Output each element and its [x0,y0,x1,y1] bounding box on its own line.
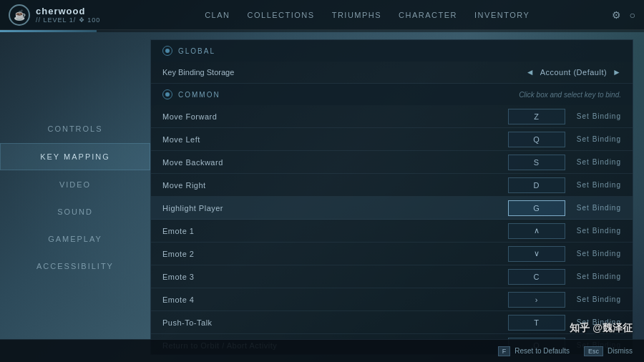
key-label-move-backward: S [534,158,540,167]
key-box-emote-3[interactable]: C [508,269,565,285]
key-label-move-left: Q [533,135,540,144]
binding-row-push-to-talk: Push-To-Talk T Set Binding [151,311,633,334]
key-label-emote-1: ∧ [534,226,540,235]
set-binding-highlight-player[interactable]: Set Binding [571,204,621,212]
binding-label-emote-4: Emote 4 [162,295,508,304]
key-label-emote-2: ∨ [534,249,540,258]
key-label-emote-3: C [534,273,540,281]
binding-row-highlight-player: Highlight Player G Set Binding [151,197,633,220]
common-section-title: COMMON [178,91,220,99]
sidebar-item-controls[interactable]: CONTROLS [0,116,150,142]
key-box-move-right[interactable]: D [508,177,565,193]
bottom-bar: F Reset to Defaults Esc Dismiss [0,339,644,362]
key-box-emote-1[interactable]: ∧ [508,223,565,239]
sidebar-item-key-mapping[interactable]: KEY MAPPING [0,143,150,170]
dismiss-action[interactable]: Esc Dismiss [584,346,633,356]
progress-bar-fill [0,30,97,32]
app-name: cherwood [36,6,100,16]
storage-value: Account (Default) [540,68,607,77]
key-label-highlight-player: G [533,204,540,212]
sidebar-item-sound[interactable]: SOUND [0,199,150,225]
main-content: CONTROLS KEY MAPPING VIDEO SOUND GAMEPLA… [0,32,644,362]
sidebar-item-gameplay[interactable]: GAMEPLAY [0,226,150,252]
global-section-header: GLOBAL [151,40,633,62]
key-label-push-to-talk: T [534,318,540,327]
nav-inventory[interactable]: INVENTORY [474,11,530,19]
global-section-icon [162,46,172,56]
key-box-move-left[interactable]: Q [508,132,565,147]
binding-row-emote-1: Emote 1 ∧ Set Binding [151,220,633,243]
binding-label-emote-1: Emote 1 [162,227,508,235]
watermark: 知乎 @魏泽征 [570,322,633,335]
settings-icon[interactable]: ⚙ [612,9,621,21]
sidebar-item-accessibility[interactable]: ACCESSIBILITY [0,253,150,279]
binding-label-push-to-talk: Push-To-Talk [162,318,508,327]
set-binding-emote-4[interactable]: Set Binding [571,295,621,303]
binding-label-move-backward: Move Backward [162,158,508,167]
binding-row-move-forward: Move Forward Z Set Binding [151,105,633,128]
nav-triumphs[interactable]: TRIUMPHS [332,11,381,19]
dismiss-label: Dismiss [608,347,633,355]
binding-label-move-right: Move Right [162,181,508,190]
binding-row-emote-2: Emote 2 ∨ Set Binding [151,243,633,265]
reset-label: Reset to Defaults [514,347,570,355]
settings-scroll[interactable]: GLOBAL Key Binding Storage ◄ Account (De… [151,40,633,354]
binding-row-move-right: Move Right D Set Binding [151,174,633,197]
key-binding-storage-label: Key Binding Storage [162,68,526,77]
key-binding-storage-row: Key Binding Storage ◄ Account (Default) … [151,62,633,84]
set-binding-move-forward[interactable]: Set Binding [571,112,621,120]
key-box-push-to-talk[interactable]: T [508,315,565,331]
common-section-icon [162,89,172,99]
key-box-emote-4[interactable]: › [508,292,565,308]
app-level: // LEVEL 1/ ❖ 100 [36,16,100,24]
key-label-move-right: D [534,181,540,190]
key-box-move-forward[interactable]: Z [508,109,565,124]
sidebar-item-video[interactable]: VIDEO [0,172,150,197]
reset-defaults-action[interactable]: F Reset to Defaults [498,346,570,356]
storage-arrow-left[interactable]: ◄ [526,67,535,77]
common-section-hint: Click box and select key to bind. [519,91,621,99]
set-binding-emote-3[interactable]: Set Binding [571,273,621,280]
settings-panel: GLOBAL Key Binding Storage ◄ Account (De… [150,39,633,355]
progress-bar-container [0,30,644,32]
set-binding-emote-2[interactable]: Set Binding [571,250,621,258]
key-label-emote-4: › [535,295,539,304]
nav-character[interactable]: CHARACTER [399,11,457,19]
common-section-header: COMMON Click box and select key to bind. [151,84,633,105]
logo-icon: ☕ [9,4,30,26]
binding-row-move-backward: Move Backward S Set Binding [151,151,633,174]
binding-label-emote-2: Emote 2 [162,250,508,258]
set-binding-emote-1[interactable]: Set Binding [571,227,621,235]
close-icon[interactable]: ○ [630,9,635,21]
reset-key: F [498,346,511,356]
logo-area: ☕ cherwood // LEVEL 1/ ❖ 100 [9,4,123,26]
set-binding-move-left[interactable]: Set Binding [571,135,621,143]
top-navigation: ☕ cherwood // LEVEL 1/ ❖ 100 CLAN COLLEC… [0,0,644,30]
binding-row-emote-3: Emote 3 C Set Binding [151,265,633,288]
binding-label-move-forward: Move Forward [162,112,508,121]
global-section-title: GLOBAL [178,47,215,55]
nav-clan[interactable]: CLAN [205,11,230,19]
storage-control: ◄ Account (Default) ► [526,67,621,77]
nav-collections[interactable]: COLLECTIONS [248,11,315,19]
set-binding-move-right[interactable]: Set Binding [571,181,621,189]
logo-text: cherwood // LEVEL 1/ ❖ 100 [36,6,100,24]
storage-arrow-right[interactable]: ► [613,67,621,77]
key-box-move-backward[interactable]: S [508,155,565,170]
binding-label-highlight-player: Highlight Player [162,204,508,212]
key-box-highlight-player[interactable]: G [508,200,565,216]
binding-label-emote-3: Emote 3 [162,273,508,281]
set-binding-move-backward[interactable]: Set Binding [571,158,621,166]
dismiss-key: Esc [584,346,603,356]
nav-links: CLAN COLLECTIONS TRIUMPHS CHARACTER INVE… [123,11,612,19]
key-box-emote-2[interactable]: ∨ [508,246,565,262]
sidebar: CONTROLS KEY MAPPING VIDEO SOUND GAMEPLA… [0,32,150,362]
nav-icons: ⚙ ○ [612,9,635,21]
binding-row-move-left: Move Left Q Set Binding [151,128,633,151]
key-label-move-forward: Z [534,112,540,121]
binding-label-move-left: Move Left [162,135,508,144]
binding-row-emote-4: Emote 4 › Set Binding [151,288,633,311]
